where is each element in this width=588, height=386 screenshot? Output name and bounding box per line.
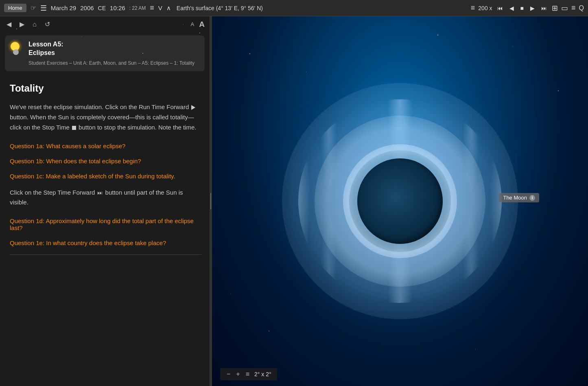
zoom-out-button[interactable]: − xyxy=(226,371,231,378)
divider xyxy=(10,254,201,255)
toolbar-menu-right: ≡ xyxy=(471,4,475,12)
playback-end-button[interactable]: ⏭ xyxy=(540,4,549,12)
lesson-body-para2: Click on the Step Time Forward ⏭ button … xyxy=(10,188,201,208)
lesson-icons xyxy=(11,42,24,55)
playback-stop-button[interactable]: ■ xyxy=(519,4,525,12)
toolbar-right: ≡ 200 x ⏮ ◀ ■ ▶ ⏭ ⊞ ▭ ≡ Q xyxy=(471,4,584,13)
toolbar-zoom: 200 x xyxy=(478,5,492,11)
moon-label-text: The Moon xyxy=(503,195,527,201)
toolbar-era: CE xyxy=(98,5,106,11)
left-panel: ◀ ▶ ⌂ ↺ A A Lesson A5: Eclipses Student xyxy=(0,16,210,386)
toolbar-chevron-mountain: ∧ xyxy=(166,4,171,12)
view-icon-2: ▭ xyxy=(561,4,568,13)
forward-button[interactable]: ▶ xyxy=(18,20,26,29)
moon-disc xyxy=(357,158,443,244)
sky-view[interactable]: The Moon i − + ≡ 2° x 2° xyxy=(212,16,588,386)
question-1a-link[interactable]: Question 1a: What causes a solar eclipse… xyxy=(10,143,201,149)
lesson-content[interactable]: Totality We've reset the eclipse simulat… xyxy=(0,75,210,386)
font-size-small[interactable]: A xyxy=(191,21,195,27)
play-inline-icon xyxy=(191,105,195,110)
lesson-card: Lesson A5: Eclipses Student Exercises – … xyxy=(5,35,205,71)
step-fwd-icon: ⏭ xyxy=(97,189,103,197)
hand-icon: ☞ xyxy=(31,4,36,12)
fov-menu-button[interactable]: ≡ xyxy=(245,371,250,378)
playback-prev-button[interactable]: ◀ xyxy=(508,4,516,12)
moon-icon xyxy=(13,49,19,55)
question-1c-link[interactable]: Question 1c: Make a labeled sketch of th… xyxy=(10,173,201,180)
info-icon[interactable]: i xyxy=(529,195,535,201)
moon-label[interactable]: The Moon i xyxy=(499,193,539,202)
main-area: ◀ ▶ ⌂ ↺ A A Lesson A5: Eclipses Student xyxy=(0,16,588,386)
toolbar-separator: ≡ xyxy=(150,4,154,12)
toolbar-chevron-v: V xyxy=(158,4,162,11)
lesson-breadcrumb: Student Exercises – Unit A: Earth, Moon,… xyxy=(28,60,199,67)
refresh-button[interactable]: ↺ xyxy=(43,20,52,29)
lesson-body-para1: We've reset the eclipse simulation. Clic… xyxy=(10,102,201,132)
lesson-heading: Totality xyxy=(10,83,201,94)
font-size-large[interactable]: A xyxy=(199,20,205,29)
toolbar-time-seconds: : 22 AM xyxy=(129,5,146,11)
stop-inline-icon xyxy=(72,126,76,130)
zoom-in-button[interactable]: + xyxy=(235,371,240,378)
home-button[interactable]: Home xyxy=(4,4,26,12)
question-1b-link[interactable]: Question 1b: When does the total eclipse… xyxy=(10,158,201,164)
top-toolbar: Home ☞ ☰ March 29 2006 CE 10:26 : 22 AM … xyxy=(0,0,588,16)
toolbar-location: Earth's surface (4° 13′ E, 9° 56′ N) xyxy=(177,5,263,11)
view-toggle-icon: ⊞ xyxy=(552,4,558,13)
question-1e-link[interactable]: Question 1e: In what country does the ec… xyxy=(10,239,201,246)
playback-next-button[interactable]: ▶ xyxy=(529,4,536,12)
playback-start-button[interactable]: ⏮ xyxy=(496,4,505,12)
toolbar-menu-icon: ☰ xyxy=(40,4,47,13)
lesson-title: Lesson A5: Eclipses xyxy=(28,40,199,57)
toolbar-time: 10:26 xyxy=(110,4,125,11)
toolbar-date: March 29 xyxy=(51,4,77,11)
question-1d-link[interactable]: Question 1d: Approximately how long did … xyxy=(10,217,201,231)
toolbar-settings-icon: ≡ xyxy=(571,4,576,12)
secondary-toolbar: ◀ ▶ ⌂ ↺ A A xyxy=(0,16,210,32)
lesson-info: Lesson A5: Eclipses Student Exercises – … xyxy=(28,40,199,66)
sky-status-bar: − + ≡ 2° x 2° xyxy=(220,368,277,380)
home-nav-button[interactable]: ⌂ xyxy=(31,20,38,29)
fov-display: 2° x 2° xyxy=(254,371,271,377)
toolbar-year: 2006 xyxy=(80,4,94,11)
back-button[interactable]: ◀ xyxy=(5,20,13,29)
search-icon[interactable]: Q xyxy=(579,4,584,12)
eclipse-visual xyxy=(278,79,522,323)
